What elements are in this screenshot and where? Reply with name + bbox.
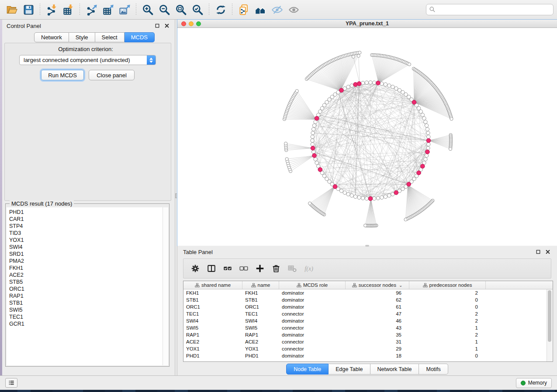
network-node[interactable] [350,84,353,87]
refresh-button[interactable] [212,2,229,17]
table-cell[interactable]: 2 [409,332,486,337]
table-cell[interactable]: 31 [346,339,409,344]
close-table-panel-icon[interactable] [544,248,551,255]
table-cell[interactable]: YOX1 [242,346,279,351]
table-scrollbar[interactable] [547,289,552,361]
column-header-predecessor-nodes[interactable]: predecessor nodes [409,281,486,289]
network-dominator-node[interactable] [339,88,344,93]
table-cell[interactable]: 62 [346,297,409,303]
network-node[interactable] [384,83,387,86]
zoom-fit-button[interactable] [173,2,189,17]
table-cell[interactable]: SWI5 [242,325,279,330]
network-node[interactable] [398,89,401,92]
zoom-in-button[interactable] [139,2,156,17]
table-cell[interactable]: STB1 [183,297,242,303]
network-node[interactable] [314,158,317,161]
mcds-list-item[interactable]: STP4 [9,223,163,230]
network-node[interactable] [401,187,405,190]
select-all-button[interactable] [220,261,235,276]
network-file-button[interactable] [235,2,252,17]
network-dominator-node[interactable] [421,164,425,168]
mcds-list-item[interactable]: PMA2 [9,258,163,265]
mcds-list-item[interactable]: ORC1 [9,285,163,292]
table-cell[interactable]: TEC1 [183,311,242,316]
import-network-button[interactable] [43,2,60,17]
table-cell[interactable]: dominator [279,332,346,337]
network-node[interactable] [308,202,311,205]
table-cell[interactable]: connector [279,325,346,330]
table-cell[interactable]: SWI4 [183,318,242,323]
table-cell[interactable]: 43 [346,325,409,330]
network-node[interactable] [361,196,364,200]
network-dominator-node[interactable] [357,82,361,86]
zoom-out-button[interactable] [156,2,173,17]
network-node[interactable] [357,196,361,199]
mcds-list-item[interactable]: STB1 [9,299,163,306]
column-header-successor-nodes[interactable]: successor nodes⌄ [346,281,409,289]
network-dominator-node[interactable] [312,154,317,158]
network-node[interactable] [426,131,430,134]
table-cell[interactable]: ORC1 [242,304,279,309]
mcds-list-item[interactable]: RAP1 [9,292,163,299]
column-header-shared-name[interactable]: shared name [183,281,242,289]
network-node[interactable] [361,81,364,85]
network-node[interactable] [391,85,394,89]
table-cell[interactable]: 2 [409,318,486,323]
table-row[interactable]: ACE2ACE2connector311 [183,338,553,345]
network-dominator-node[interactable] [417,171,421,175]
table-row[interactable]: ORC1ORC1dominator610 [183,303,553,310]
network-window-titlebar[interactable]: YPA_prune.txt_1 [177,20,557,28]
table-cell[interactable]: STB1 [242,297,279,303]
mcds-list-item[interactable]: ACE2 [9,272,163,279]
table-cell[interactable]: 0 [409,297,486,303]
tab-mcds[interactable]: MCDS [125,32,155,42]
network-node[interactable] [285,158,288,161]
table-row[interactable]: SWI4SWI4dominator462 [183,317,553,324]
network-node[interactable] [318,110,322,113]
network-node[interactable] [425,154,428,157]
table-cell[interactable]: dominator [279,318,346,323]
table-cell[interactable]: dominator [279,290,346,296]
table-cell[interactable]: SWI4 [242,318,279,323]
memory-button[interactable]: Memory [516,378,552,388]
network-node[interactable] [449,148,452,151]
table-cell[interactable]: connector [279,311,346,316]
network-node[interactable] [357,54,360,57]
network-node[interactable] [384,195,387,198]
network-node[interactable] [417,107,420,110]
show-all-button[interactable] [285,2,302,17]
save-button[interactable] [20,2,37,17]
table-cell[interactable]: 0 [409,353,486,358]
network-node[interactable] [358,51,361,54]
network-node[interactable] [426,146,430,150]
export-table-button[interactable] [100,2,116,17]
mcds-list-item[interactable]: TEC1 [9,313,163,320]
search-input[interactable] [426,4,554,15]
network-node[interactable] [295,89,298,93]
table-cell[interactable]: ACE2 [183,339,242,344]
network-node[interactable] [380,196,384,199]
table-cell[interactable]: FKH1 [183,290,242,296]
unselect-all-button[interactable] [236,261,251,276]
task-history-button[interactable] [5,378,17,388]
network-node[interactable] [373,81,376,84]
network-node[interactable] [425,124,428,127]
close-panel-button[interactable]: Close panel [89,70,135,80]
mcds-list-item[interactable]: SRD1 [9,251,163,258]
network-node[interactable] [311,131,315,134]
network-node[interactable] [408,63,411,66]
table-row[interactable]: TEC1TEC1connector472 [183,310,553,317]
network-node[interactable] [346,193,350,196]
network-dominator-node[interactable] [412,100,416,105]
float-table-panel-icon[interactable] [535,248,542,255]
table-cell[interactable]: connector [279,339,346,344]
network-dominator-node[interactable] [407,182,411,186]
table-row[interactable]: STB1STB1dominator620 [183,296,553,303]
network-node[interactable] [311,143,314,146]
network-node[interactable] [311,127,315,131]
tab-select[interactable]: Select [95,32,125,42]
network-dominator-node[interactable] [394,191,398,195]
table-row[interactable]: SWI5SWI5connector431 [183,324,553,331]
table-cell[interactable]: 2 [409,311,486,316]
network-node[interactable] [284,142,287,145]
